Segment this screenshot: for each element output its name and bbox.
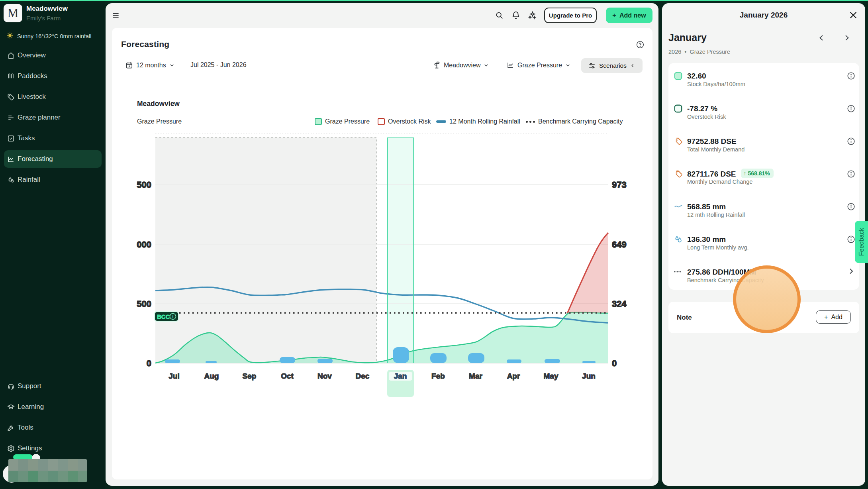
svg-text:0: 0 [147,358,151,368]
svg-text:Jun: Jun [582,372,596,380]
svg-text:000: 000 [137,240,151,249]
svg-text:500: 500 [137,180,151,190]
svg-text:973: 973 [612,180,627,190]
svg-text:Feb: Feb [431,372,445,380]
svg-text:i: i [172,314,173,319]
svg-text:BCC: BCC [157,313,170,320]
svg-text:324: 324 [612,299,627,309]
svg-text:500: 500 [137,299,151,309]
svg-text:Mar: Mar [469,372,482,380]
svg-text:Jan: Jan [394,372,407,380]
svg-text:Dec: Dec [356,372,370,380]
svg-text:Jul: Jul [169,372,179,380]
svg-text:Aug: Aug [204,372,219,380]
svg-text:Sep: Sep [243,372,257,380]
svg-text:Apr: Apr [507,372,520,380]
svg-text:Nov: Nov [317,372,332,380]
svg-text:May: May [544,372,558,380]
svg-text:Oct: Oct [281,372,294,380]
svg-text:0: 0 [612,358,617,368]
svg-text:649: 649 [612,240,627,249]
